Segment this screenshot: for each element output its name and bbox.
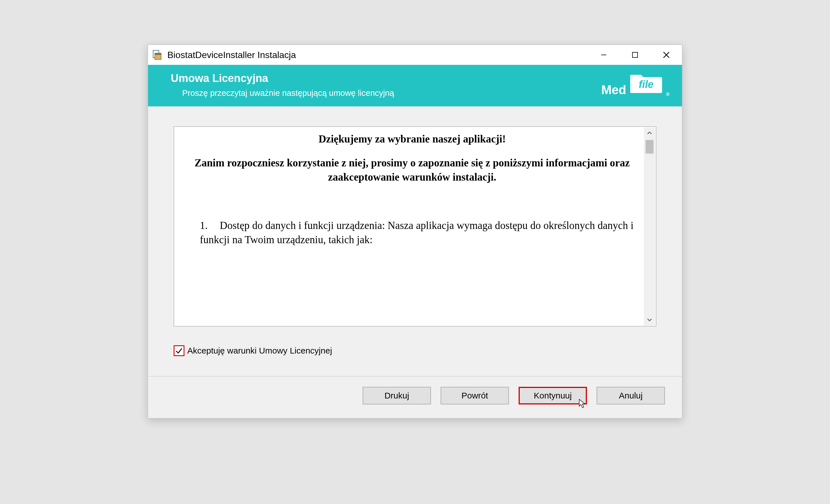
svg-text:file: file: [639, 78, 653, 90]
back-button[interactable]: Powrót: [441, 387, 509, 404]
maximize-button[interactable]: [619, 45, 651, 65]
svg-rect-4: [633, 52, 638, 58]
installer-window: BiostatDeviceInstaller Instalacja Umowa …: [148, 44, 682, 419]
header-banner: Umowa Licencyjna Proszę przeczytaj uważn…: [148, 65, 682, 106]
cancel-button[interactable]: Anuluj: [597, 387, 665, 404]
continue-button[interactable]: Kontynuuj: [519, 387, 587, 404]
license-text-container: Dziękujemy za wybranie naszej aplikacji!…: [173, 126, 657, 327]
installer-icon: [152, 49, 163, 61]
item-number: 1.: [200, 219, 220, 233]
brand-prefix: Med: [601, 83, 626, 97]
window-controls: [588, 45, 682, 65]
close-button[interactable]: [651, 45, 682, 65]
registered-mark: ®: [666, 92, 669, 97]
minimize-button[interactable]: [588, 45, 619, 65]
titlebar: BiostatDeviceInstaller Instalacja: [148, 45, 682, 65]
accept-label: Akceptuję warunki Umowy Licencyjnej: [187, 346, 332, 356]
body-area: Dziękujemy za wybranie naszej aplikacji!…: [148, 106, 682, 376]
accept-row: Akceptuję warunki Umowy Licencyjnej: [173, 345, 657, 356]
scrollbar[interactable]: [644, 127, 655, 325]
header-text: Umowa Licencyjna Proszę przeczytaj uważn…: [171, 72, 394, 98]
license-thanks: Dziękujemy za wybranie naszej aplikacji!: [186, 132, 639, 146]
scroll-up-icon[interactable]: [644, 127, 655, 139]
window-title: BiostatDeviceInstaller Instalacja: [167, 50, 588, 60]
header-title: Umowa Licencyjna: [171, 72, 394, 85]
folder-icon: file: [629, 73, 663, 97]
scroll-thumb[interactable]: [645, 140, 653, 154]
scroll-down-icon[interactable]: [644, 314, 655, 325]
page-background: BiostatDeviceInstaller Instalacja Umowa …: [17, 16, 813, 488]
accept-checkbox[interactable]: [173, 345, 185, 356]
license-text[interactable]: Dziękujemy za wybranie naszej aplikacji!…: [174, 127, 656, 326]
license-intro: Zanim rozpoczniesz korzystanie z niej, p…: [186, 156, 639, 184]
svg-rect-2: [155, 53, 161, 55]
header-subtitle: Proszę przeczytaj uważnie następującą um…: [171, 89, 394, 98]
print-button[interactable]: Drukuj: [363, 387, 431, 404]
item-text: Dostęp do danych i funkcji urządzenia: N…: [200, 220, 634, 245]
footer: Drukuj Powrót Kontynuuj Anuluj: [148, 377, 682, 418]
brand-logo: Med file ®: [601, 73, 669, 97]
license-item-1: 1.Dostęp do danych i funkcji urządzenia:…: [186, 219, 639, 247]
